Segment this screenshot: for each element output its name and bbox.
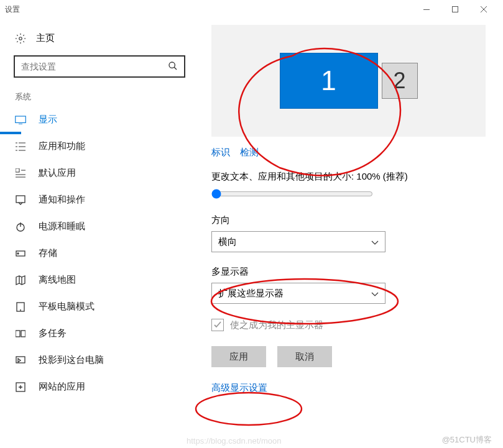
scale-slider[interactable] xyxy=(211,189,373,199)
home-label: 主页 xyxy=(36,32,55,44)
notification-icon xyxy=(15,195,26,205)
svg-rect-11 xyxy=(16,331,20,337)
sidebar-item-display[interactable]: 显示 xyxy=(0,106,199,133)
advanced-display-link[interactable]: 高级显示设置 xyxy=(211,382,486,394)
sidebar-item-label: 显示 xyxy=(39,114,57,126)
svg-rect-12 xyxy=(21,331,25,337)
map-icon xyxy=(15,275,26,285)
display-arrangement[interactable]: 1 2 xyxy=(211,25,486,137)
multi-display-select[interactable]: 扩展这些显示器 xyxy=(211,283,385,304)
power-icon xyxy=(15,222,26,232)
chevron-down-icon xyxy=(371,237,379,247)
window-title: 设置 xyxy=(5,4,20,15)
watermark: @51CTU博客 xyxy=(442,434,492,446)
orientation-value: 横向 xyxy=(218,236,237,248)
svg-point-9 xyxy=(17,253,19,254)
multi-display-label: 多显示器 xyxy=(211,266,486,278)
cancel-button[interactable]: 取消 xyxy=(277,346,332,367)
monitor-1[interactable]: 1 xyxy=(280,53,378,109)
apply-button[interactable]: 应用 xyxy=(211,346,266,367)
sidebar-item-power[interactable]: 电源和睡眠 xyxy=(0,213,199,240)
sidebar-item-label: 网站的应用 xyxy=(39,381,85,393)
svg-point-2 xyxy=(19,37,22,40)
defaults-icon xyxy=(15,168,26,178)
scale-label: 更改文本、应用和其他项目的大小: 100% (推荐) xyxy=(211,171,486,183)
svg-rect-13 xyxy=(16,357,25,363)
storage-icon xyxy=(15,249,26,258)
close-button[interactable] xyxy=(469,0,498,19)
search-box[interactable] xyxy=(14,55,185,78)
webapp-icon xyxy=(15,382,26,392)
svg-point-3 xyxy=(169,62,175,68)
svg-rect-1 xyxy=(453,7,458,12)
svg-rect-4 xyxy=(16,116,26,123)
sidebar-item-label: 平板电脑模式 xyxy=(39,301,95,313)
sidebar-item-label: 投影到这台电脑 xyxy=(39,354,104,366)
sidebar-item-label: 通知和操作 xyxy=(39,194,85,206)
sidebar-item-label: 离线地图 xyxy=(39,274,76,286)
identify-link[interactable]: 标识 xyxy=(211,147,230,158)
primary-display-label: 使之成为我的主显示器 xyxy=(230,319,323,331)
sidebar-item-maps[interactable]: 离线地图 xyxy=(0,267,199,293)
detect-link[interactable]: 检测 xyxy=(240,147,259,158)
svg-rect-0 xyxy=(423,9,430,10)
sidebar-item-tablet[interactable]: 平板电脑模式 xyxy=(0,293,199,320)
svg-rect-6 xyxy=(16,196,25,203)
multi-display-value: 扩展这些显示器 xyxy=(218,288,284,299)
svg-rect-5 xyxy=(16,168,19,172)
sidebar-item-label: 多任务 xyxy=(39,327,67,339)
chevron-down-icon xyxy=(371,288,379,299)
sidebar-item-label: 电源和睡眠 xyxy=(39,221,85,232)
watermark-url: https://blog.csdn.net/moon xyxy=(187,436,281,446)
project-icon xyxy=(15,355,26,365)
gear-icon xyxy=(15,33,26,44)
sidebar-item-label: 存储 xyxy=(39,247,57,259)
search-input[interactable] xyxy=(21,62,154,71)
sidebar-item-default-apps[interactable]: 默认应用 xyxy=(0,160,199,186)
orientation-select[interactable]: 横向 xyxy=(211,231,385,252)
primary-display-checkbox xyxy=(211,319,224,331)
home-link[interactable]: 主页 xyxy=(0,26,199,55)
sidebar-item-label: 默认应用 xyxy=(39,167,76,179)
sidebar-item-label: 应用和功能 xyxy=(39,140,85,152)
maximize-button[interactable] xyxy=(441,0,469,19)
sidebar-item-project[interactable]: 投影到这台电脑 xyxy=(0,347,199,373)
category-label: 系统 xyxy=(0,89,199,106)
list-icon xyxy=(15,142,26,152)
monitor-2[interactable]: 2 xyxy=(382,63,418,99)
sidebar-item-apps[interactable]: 应用和功能 xyxy=(0,133,199,160)
sidebar-item-multitask[interactable]: 多任务 xyxy=(0,320,199,347)
multitask-icon xyxy=(15,329,26,339)
sidebar-item-web-apps[interactable]: 网站的应用 xyxy=(0,373,199,400)
tablet-icon xyxy=(15,302,26,312)
sidebar-item-notifications[interactable]: 通知和操作 xyxy=(0,186,199,213)
monitor-icon xyxy=(15,116,26,124)
search-icon xyxy=(168,61,178,73)
minimize-button[interactable] xyxy=(412,0,441,19)
orientation-label: 方向 xyxy=(211,214,486,226)
sidebar-item-storage[interactable]: 存储 xyxy=(0,240,199,267)
